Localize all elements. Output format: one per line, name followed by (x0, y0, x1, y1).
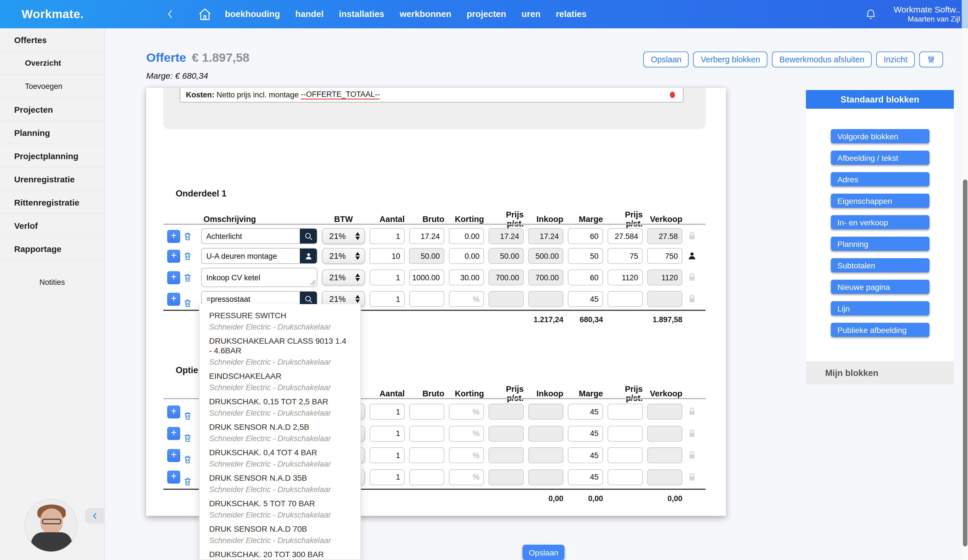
inkoop-field[interactable]: 500.00 (528, 248, 564, 264)
marge-input[interactable]: 45 (568, 469, 603, 485)
marge-input[interactable]: 45 (568, 426, 603, 441)
nav-item-projecten[interactable]: projecten (467, 9, 506, 19)
sidebar-collapse-button[interactable] (85, 508, 105, 524)
description-input[interactable]: Inkoop CV ketel (201, 268, 317, 287)
aantal-input[interactable]: 1 (370, 404, 404, 420)
sidebar-item-urenregistratie[interactable]: Urenregistratie (0, 168, 104, 191)
prijs-pst-inkoop-field[interactable]: 17.24 (489, 228, 524, 244)
prijs-pst-verkoop-input[interactable] (608, 426, 643, 441)
add-row-button[interactable]: + (167, 271, 180, 284)
prijs-pst-inkoop-field[interactable]: 50.00 (489, 248, 524, 264)
prijs-pst-verkoop-input[interactable]: 75 (608, 248, 643, 264)
verkoop-field[interactable] (647, 447, 682, 463)
aantal-input[interactable]: 1 (370, 228, 404, 244)
prijs-pst-inkoop-field[interactable] (489, 426, 524, 441)
save-button[interactable]: Opslaan (643, 51, 689, 68)
delete-row-icon[interactable] (183, 231, 192, 241)
prijs-pst-verkoop-input[interactable] (608, 469, 643, 485)
insight-button[interactable]: Inzicht (876, 51, 915, 68)
marge-input[interactable]: 45 (568, 404, 603, 420)
marge-input[interactable]: 45 (568, 291, 603, 307)
prijs-pst-inkoop-field[interactable] (489, 291, 524, 307)
dropdown-product-item[interactable]: DRUKSCHAK. 20 TOT 300 BAR Schneider Elec… (209, 550, 351, 560)
dropdown-product-item[interactable]: DRUKSCHAK. 0,4 TOT 4 BAR Schneider Elect… (209, 448, 351, 468)
description-input[interactable]: U-A deuren montage (201, 248, 317, 264)
aantal-input[interactable]: 1 (370, 291, 404, 307)
save-button-bottom[interactable]: Opslaan (522, 545, 565, 560)
my-blocks-section[interactable]: Mijn blokken (806, 361, 954, 385)
exit-editmode-button[interactable]: Bewerkmodus afsluiten (772, 51, 872, 68)
delete-row-icon[interactable] (183, 298, 192, 308)
verkoop-field[interactable]: 27.58 (647, 228, 682, 244)
verkoop-field[interactable]: 750 (647, 248, 682, 264)
nav-item-relaties[interactable]: relaties (556, 9, 587, 19)
dropdown-product-item[interactable]: DRUKSCHAKELAAR CLASS 9013 1.4 - 4.6BAR S… (209, 336, 351, 366)
add-row-button[interactable]: + (167, 249, 180, 263)
settings-sliders-button[interactable] (919, 51, 943, 68)
dropdown-product-item[interactable]: DRUKSCHAK. 0,15 TOT 2,5 BAR Schneider El… (209, 397, 351, 417)
nav-item-uren[interactable]: uren (521, 9, 540, 19)
inkoop-field[interactable] (528, 291, 564, 307)
marge-input[interactable]: 50 (568, 248, 603, 264)
sidebar-item-rittenregistratie[interactable]: Rittenregistratie (0, 191, 104, 214)
avatar[interactable] (24, 499, 78, 552)
bruto-input[interactable] (409, 426, 444, 441)
block-button-planning[interactable]: Planning (830, 237, 929, 251)
prijs-pst-verkoop-input[interactable] (608, 404, 643, 420)
block-button-eigenschappen[interactable]: Eigenschappen (830, 194, 929, 208)
bruto-input[interactable] (409, 447, 444, 463)
block-button-volgorde-blokken[interactable]: Volgorde blokken (830, 129, 929, 143)
dropdown-product-item[interactable]: EINDSCHAKELAAR Schneider Electric - Druk… (209, 372, 351, 392)
block-button-afbeelding-tekst[interactable]: Afbeelding / tekst (830, 150, 929, 165)
sidebar-item-projecten[interactable]: Projecten (0, 98, 104, 121)
nav-item-installaties[interactable]: installaties (339, 9, 384, 19)
verkoop-field[interactable] (647, 469, 682, 485)
inkoop-field[interactable]: 700.00 (528, 269, 564, 286)
delete-row-icon[interactable] (183, 476, 192, 486)
block-button-subtotalen[interactable]: Subtotalen (830, 258, 929, 273)
delete-row-icon[interactable] (183, 411, 192, 421)
sidebar-item-offertes[interactable]: Offertes (0, 28, 104, 51)
inkoop-field[interactable]: 17.24 (528, 228, 564, 244)
prijs-pst-verkoop-input[interactable]: 27.584 (608, 228, 643, 244)
scrollbar-thumb[interactable] (963, 180, 967, 547)
korting-input[interactable]: % (449, 447, 484, 463)
dropdown-product-item[interactable]: DRUK SENSOR N.A.D 2,5B Schneider Electri… (209, 423, 351, 443)
marge-input[interactable]: 60 (568, 269, 603, 286)
bruto-input[interactable] (409, 291, 444, 307)
inkoop-field[interactable] (528, 447, 564, 463)
user-menu[interactable]: Workmate Softw.. Maarten van Zijl (893, 4, 960, 24)
aantal-input[interactable]: 1 (370, 426, 404, 441)
delete-row-icon[interactable] (183, 273, 192, 282)
delete-row-icon[interactable] (183, 455, 192, 464)
block-button-in-en-verkoop[interactable]: In- en verkoop (830, 215, 929, 229)
inkoop-field[interactable] (528, 469, 564, 485)
dropdown-product-item[interactable]: DRUK SENSOR N.A.D 35B Schneider Electric… (209, 473, 351, 494)
dropdown-product-item[interactable]: PRESSURE SWITCH Schneider Electric - Dru… (209, 311, 351, 331)
add-row-button[interactable]: + (167, 449, 180, 462)
inkoop-field[interactable] (528, 426, 564, 441)
block-button-nieuwe-pagina[interactable]: Nieuwe pagina (830, 280, 929, 294)
add-row-button[interactable]: + (167, 405, 180, 418)
sidebar-item-projectplanning[interactable]: Projectplanning (0, 144, 104, 168)
delete-row-icon[interactable] (183, 433, 192, 443)
block-button-adres[interactable]: Adres (830, 172, 929, 186)
search-product-button[interactable] (300, 229, 317, 243)
dropdown-product-item[interactable]: DRUK SENSOR N.A.D 70B Schneider Electric… (209, 524, 351, 545)
sidebar-item-toevoegen[interactable]: Toevoegen (0, 75, 104, 98)
sidebar-item-planning[interactable]: Planning (0, 121, 104, 144)
back-chevron-icon[interactable] (164, 8, 177, 20)
kosten-input[interactable]: Kosten: Netto prijs incl. montage --OFFE… (180, 88, 683, 102)
dropdown-product-item[interactable]: DRUKSCHAK. 5 TOT 70 BAR Schneider Electr… (209, 499, 351, 519)
notifications-bell-icon[interactable] (865, 8, 877, 20)
inkoop-field[interactable] (528, 404, 564, 420)
search-product-button[interactable] (300, 249, 317, 263)
delete-row-icon[interactable] (183, 251, 192, 261)
add-row-button[interactable]: + (167, 427, 180, 440)
korting-input[interactable]: % (449, 291, 484, 307)
prijs-pst-inkoop-field[interactable] (489, 469, 524, 485)
verkoop-field[interactable] (647, 404, 682, 420)
prijs-pst-inkoop-field[interactable] (489, 404, 524, 420)
prijs-pst-inkoop-field[interactable] (489, 447, 524, 463)
prijs-pst-inkoop-field[interactable]: 700.00 (489, 269, 524, 286)
